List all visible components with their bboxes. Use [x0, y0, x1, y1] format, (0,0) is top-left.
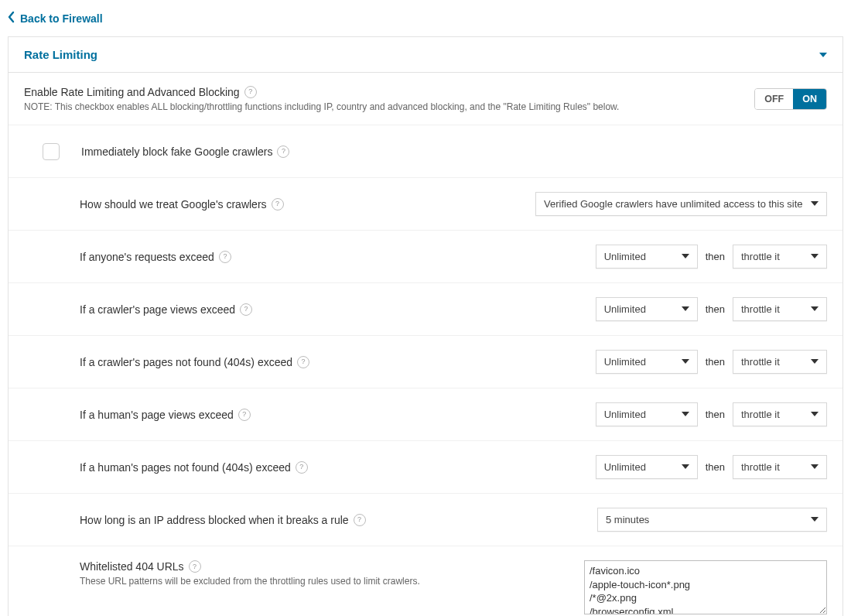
svg-marker-4 — [682, 306, 689, 311]
crawler-404-row: If a crawler's pages not found (404s) ex… — [9, 336, 842, 388]
crawler-pv-limit-select[interactable]: Unlimited — [596, 297, 698, 321]
select-value: throttle it — [741, 356, 780, 368]
human-404-row: If a human's pages not found (404s) exce… — [9, 441, 842, 494]
enable-toggle[interactable]: OFF ON — [754, 88, 827, 110]
whitelist-row: Whitelisted 404 URLs ? These URL pattern… — [9, 546, 842, 616]
human-404-label: If a human's pages not found (404s) exce… — [80, 461, 291, 474]
block-duration-select[interactable]: 5 minutes — [597, 508, 827, 532]
svg-marker-6 — [682, 359, 689, 364]
help-icon[interactable]: ? — [219, 251, 231, 263]
back-to-firewall-link[interactable]: Back to Firewall — [0, 0, 851, 36]
caret-down-icon — [682, 251, 689, 262]
help-icon[interactable]: ? — [277, 145, 289, 158]
enable-label: Enable Rate Limiting and Advanced Blocki… — [24, 86, 240, 98]
anyone-row: If anyone's requests exceed ? Unlimited … — [9, 231, 842, 283]
anyone-limit-select[interactable]: Unlimited — [596, 245, 698, 269]
back-link-label: Back to Firewall — [20, 12, 103, 25]
caret-down-icon — [819, 49, 827, 61]
svg-marker-8 — [682, 412, 689, 416]
human-pv-label: If a human's page views exceed — [80, 409, 234, 421]
caret-down-icon — [682, 356, 689, 368]
svg-marker-11 — [811, 464, 819, 469]
crawler-pv-action-select[interactable]: throttle it — [733, 297, 827, 321]
anyone-label: If anyone's requests exceed — [80, 251, 214, 263]
select-value: throttle it — [741, 251, 780, 262]
svg-marker-10 — [682, 464, 689, 469]
help-icon[interactable]: ? — [238, 409, 251, 421]
whitelist-textarea[interactable] — [584, 560, 827, 614]
svg-marker-12 — [811, 517, 819, 522]
panel-header[interactable]: Rate Limiting — [9, 37, 842, 73]
help-icon[interactable]: ? — [272, 198, 284, 210]
then-text: then — [706, 303, 725, 315]
help-icon[interactable]: ? — [244, 86, 257, 98]
crawler-pv-label: If a crawler's page views exceed — [80, 303, 235, 316]
google-treat-select[interactable]: Verified Google crawlers have unlimited … — [535, 192, 827, 216]
svg-marker-9 — [811, 412, 819, 416]
help-icon[interactable]: ? — [354, 514, 366, 526]
select-value: Unlimited — [604, 356, 646, 368]
whitelist-note: These URL patterns will be excluded from… — [80, 576, 569, 587]
toggle-on[interactable]: ON — [793, 89, 826, 109]
svg-marker-3 — [811, 254, 819, 258]
caret-down-icon — [811, 461, 819, 473]
select-value: Unlimited — [604, 303, 646, 315]
toggle-off[interactable]: OFF — [755, 89, 793, 109]
fake-crawlers-row: Immediately block fake Google crawlers ? — [9, 125, 842, 178]
caret-down-icon — [811, 356, 819, 368]
svg-marker-5 — [811, 306, 819, 311]
svg-marker-2 — [682, 254, 689, 258]
human-pv-limit-select[interactable]: Unlimited — [596, 402, 698, 426]
select-value: Unlimited — [604, 461, 646, 473]
caret-down-icon — [811, 514, 819, 525]
human-404-limit-select[interactable]: Unlimited — [596, 455, 698, 479]
block-duration-label: How long is an IP address blocked when i… — [80, 514, 349, 526]
crawler-404-limit-select[interactable]: Unlimited — [596, 350, 698, 374]
caret-down-icon — [811, 198, 819, 210]
select-value: throttle it — [741, 409, 780, 420]
enable-row: Enable Rate Limiting and Advanced Blocki… — [9, 73, 842, 125]
caret-down-icon — [682, 303, 689, 315]
caret-down-icon — [811, 409, 819, 420]
crawler-404-action-select[interactable]: throttle it — [733, 350, 827, 374]
google-treat-row: How should we treat Google's crawlers ? … — [9, 178, 842, 231]
select-value: throttle it — [741, 303, 780, 315]
rate-limiting-panel: Rate Limiting Enable Rate Limiting and A… — [8, 36, 843, 616]
help-icon[interactable]: ? — [297, 356, 309, 368]
fake-crawlers-checkbox[interactable] — [43, 143, 60, 160]
human-pv-action-select[interactable]: throttle it — [733, 402, 827, 426]
then-text: then — [706, 251, 725, 262]
select-value: Unlimited — [604, 409, 646, 420]
help-icon[interactable]: ? — [296, 461, 308, 474]
select-value: throttle it — [741, 461, 780, 473]
svg-marker-7 — [811, 359, 819, 364]
select-value: Unlimited — [604, 251, 646, 262]
caret-down-icon — [811, 251, 819, 262]
panel-title: Rate Limiting — [24, 48, 97, 61]
then-text: then — [706, 409, 725, 420]
caret-down-icon — [811, 303, 819, 315]
help-icon[interactable]: ? — [189, 560, 201, 573]
google-treat-label: How should we treat Google's crawlers — [80, 198, 267, 210]
anyone-action-select[interactable]: throttle it — [733, 245, 827, 269]
enable-note: NOTE: This checkbox enables ALL blocking… — [24, 101, 739, 112]
caret-down-icon — [682, 461, 689, 473]
whitelist-label: Whitelisted 404 URLs — [80, 560, 184, 573]
help-icon[interactable]: ? — [240, 303, 252, 316]
block-duration-row: How long is an IP address blocked when i… — [9, 494, 842, 546]
select-value: 5 minutes — [606, 514, 649, 525]
caret-down-icon — [682, 409, 689, 420]
svg-marker-0 — [819, 53, 827, 57]
crawler-404-label: If a crawler's pages not found (404s) ex… — [80, 356, 292, 368]
human-404-action-select[interactable]: throttle it — [733, 455, 827, 479]
svg-marker-1 — [811, 201, 819, 206]
then-text: then — [706, 461, 725, 473]
crawler-pv-row: If a crawler's page views exceed ? Unlim… — [9, 283, 842, 336]
select-value: Verified Google crawlers have unlimited … — [544, 198, 803, 210]
chevron-left-icon — [6, 11, 17, 26]
fake-crawlers-label: Immediately block fake Google crawlers — [81, 145, 272, 158]
human-pv-row: If a human's page views exceed ? Unlimit… — [9, 388, 842, 441]
then-text: then — [706, 356, 725, 368]
